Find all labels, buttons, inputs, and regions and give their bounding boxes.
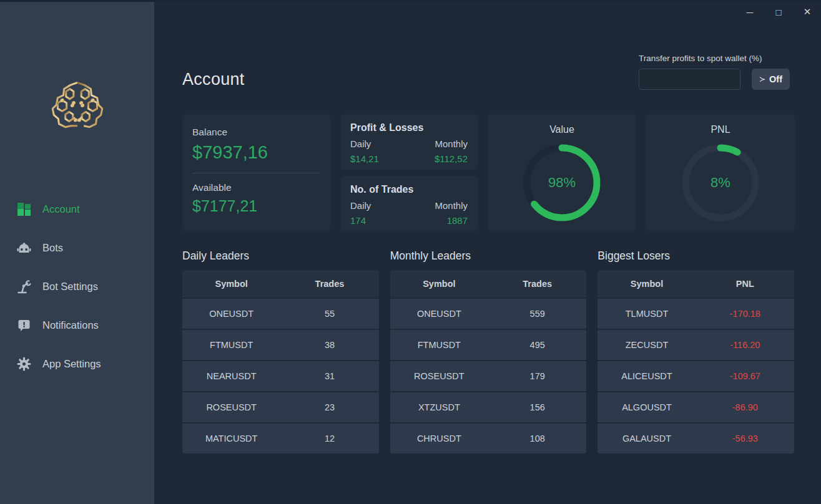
symbol-cell: ONEUSDT	[182, 309, 280, 319]
pl-trades-column: Profit & Losses Daily Monthly $14,21 $11…	[340, 114, 478, 231]
symbol-cell: ALICEUSDT	[597, 371, 696, 381]
table-row: ZECUSDT-116.20	[597, 330, 794, 360]
sidebar-item-label: Bots	[42, 242, 63, 254]
monthly-trades-value: 1887	[447, 215, 468, 226]
symbol-cell: GALAUSDT	[597, 434, 696, 443]
value-cell: 38	[280, 340, 378, 350]
table-row: ONEUSDT559	[390, 299, 587, 329]
table-title: Daily Leaders	[182, 250, 379, 263]
daily-pl-value: $14,21	[350, 153, 379, 164]
transfer-toggle-label: Off	[769, 74, 782, 84]
column-header: PNL	[696, 279, 794, 289]
balance-value: $7937,16	[192, 142, 320, 163]
profit-losses-title: Profit & Losses	[350, 122, 468, 133]
gear-icon	[17, 357, 31, 371]
table-header: SymbolTrades	[390, 270, 587, 298]
maximize-button[interactable]: □	[774, 7, 784, 17]
titlebar: ─ □ ✕	[745, 2, 821, 22]
sidebar-item-notifications[interactable]: Notifications	[0, 306, 154, 344]
monthly-label: Monthly	[435, 138, 468, 149]
minimize-button[interactable]: ─	[745, 7, 755, 17]
monthly-pl-value: $112,52	[435, 153, 468, 164]
symbol-cell: FTMUSDT	[182, 340, 280, 350]
transfer-profits-section: Transfer profits to spot wallet (%) ≻ Of…	[639, 54, 790, 90]
close-button[interactable]: ✕	[802, 6, 812, 17]
table-row: FTMUSDT38	[182, 330, 379, 360]
daily-label: Daily	[350, 200, 371, 211]
value-cell: 495	[488, 340, 586, 350]
balance-label: Balance	[192, 127, 320, 138]
value-cell: -86.90	[696, 402, 794, 412]
arrow-icon: ≻	[759, 75, 765, 84]
table-row: ROSEUSDT23	[182, 392, 379, 422]
sidebar-item-label: Notifications	[42, 319, 99, 331]
value-donut-chart: 98%	[518, 139, 606, 226]
donut-percent-label: 8%	[710, 175, 730, 191]
column-header: Trades	[488, 279, 586, 289]
table-row: ALICEUSDT-109.67	[597, 361, 794, 391]
column-header: Symbol	[390, 279, 488, 289]
symbol-cell: ONEUSDT	[390, 309, 488, 319]
pnl-donut-card: PNL 8%	[646, 114, 795, 231]
main-content: Account Transfer profits to spot wallet …	[154, 0, 821, 504]
sidebar: Account Bots	[0, 0, 154, 504]
notification-icon	[17, 318, 31, 332]
pnl-donut-chart: 8%	[677, 139, 764, 226]
column-header: Symbol	[182, 279, 280, 289]
table-row: ROSEUSDT179	[390, 361, 587, 391]
value-cell: -56.93	[696, 434, 794, 443]
balance-card: Balance $7937,16 Available $7177,21	[182, 114, 330, 231]
symbol-cell: NEARUSDT	[182, 371, 280, 381]
value-cell: 108	[488, 434, 586, 443]
daily-leaders-table: Daily Leaders SymbolTrades ONEUSDT55FTMU…	[182, 250, 379, 453]
value-cell: -116.20	[696, 340, 794, 350]
table-body: ONEUSDT55FTMUSDT38NEARUSDT31ROSEUSDT23MA…	[182, 299, 379, 453]
transfer-profits-label: Transfer profits to spot wallet (%)	[639, 54, 790, 63]
robot-arm-icon	[17, 279, 31, 294]
sidebar-item-app-settings[interactable]: App Settings	[0, 344, 154, 383]
donut-percent-label: 98%	[548, 175, 576, 191]
trades-title: No. of Trades	[350, 184, 468, 195]
transfer-percent-input[interactable]	[639, 69, 740, 90]
value-cell: 156	[488, 402, 586, 412]
transfer-toggle-button[interactable]: ≻ Off	[752, 69, 790, 90]
divider	[192, 173, 320, 173]
sidebar-item-account[interactable]: Account	[0, 190, 154, 228]
value-cell: 31	[280, 371, 378, 381]
symbol-cell: ROSEUSDT	[182, 402, 280, 412]
available-value: $7177,21	[192, 197, 320, 215]
table-row: FTMUSDT495	[390, 330, 587, 360]
profit-losses-card: Profit & Losses Daily Monthly $14,21 $11…	[340, 114, 478, 170]
stat-cards-row: Balance $7937,16 Available $7177,21 Prof…	[182, 114, 795, 231]
symbol-cell: MATICUSDT	[182, 434, 280, 443]
sidebar-item-label: Account	[42, 203, 80, 215]
sidebar-item-bot-settings[interactable]: Bot Settings	[0, 267, 154, 306]
table-header: SymbolPNL	[597, 270, 794, 298]
column-header: Symbol	[597, 279, 696, 289]
monthly-label: Monthly	[435, 200, 468, 211]
value-cell: -170.18	[696, 309, 794, 319]
table-row: ONEUSDT55	[182, 299, 379, 329]
trades-card: No. of Trades Daily Monthly 174 1887	[340, 176, 478, 231]
sidebar-item-label: Bot Settings	[42, 281, 98, 293]
table-row: XTZUSDT156	[390, 392, 587, 422]
table-row: MATICUSDT12	[182, 424, 379, 453]
brain-circuit-logo	[46, 72, 109, 136]
value-cell: 559	[488, 309, 586, 319]
value-cell: 23	[280, 402, 378, 412]
donut-title: Value	[488, 124, 636, 135]
value-cell: 179	[488, 371, 586, 381]
table-row: NEARUSDT31	[182, 361, 379, 391]
sidebar-item-bots[interactable]: Bots	[0, 228, 154, 267]
symbol-cell: TLMUSDT	[597, 309, 696, 319]
symbol-cell: FTMUSDT	[390, 340, 488, 350]
available-label: Available	[192, 182, 320, 193]
symbol-cell: CHRUSDT	[390, 434, 488, 443]
leaderboards-row: Daily Leaders SymbolTrades ONEUSDT55FTMU…	[182, 250, 794, 453]
value-cell: -109.67	[696, 371, 794, 381]
value-cell: 55	[280, 309, 378, 319]
biggest-losers-table: Biggest Losers SymbolPNL TLMUSDT-170.18Z…	[597, 250, 794, 453]
table-row: GALAUSDT-56.93	[597, 424, 794, 453]
symbol-cell: XTZUSDT	[390, 402, 488, 412]
table-body: ONEUSDT559FTMUSDT495ROSEUSDT179XTZUSDT15…	[390, 299, 587, 453]
